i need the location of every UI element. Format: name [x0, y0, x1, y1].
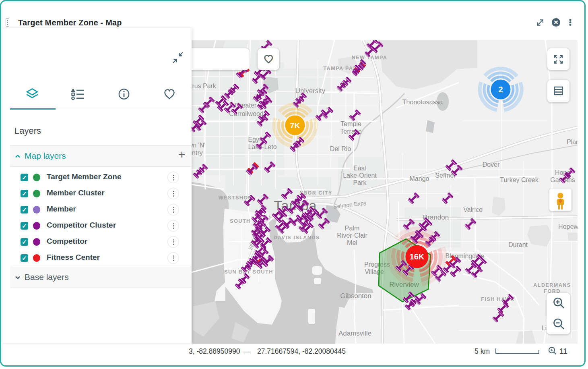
- svg-text:River-Clair: River-Clair: [337, 232, 367, 239]
- svg-text:trus Park: trus Park: [192, 83, 217, 89]
- svg-text:untry: untry: [192, 149, 203, 156]
- svg-text:Palm: Palm: [345, 225, 359, 232]
- svg-text:Gibsonton: Gibsonton: [340, 292, 371, 300]
- svg-text:ALDERMANS: ALDERMANS: [533, 282, 571, 288]
- svg-text:YBOR CITY: YBOR CITY: [299, 190, 332, 196]
- svg-text:TAMPA PAL: TAMPA PAL: [323, 66, 357, 71]
- svg-text:Lake-Orient: Lake-Orient: [343, 172, 377, 179]
- svg-text:DAVIS ISLANDS: DAVIS ISLANDS: [273, 235, 320, 240]
- svg-text:Egy: Egy: [248, 136, 259, 143]
- svg-text:Durant: Durant: [508, 241, 528, 248]
- svg-text:Temple: Temple: [340, 120, 361, 127]
- svg-text:2: 2: [498, 85, 503, 94]
- svg-text:Park: Park: [353, 179, 367, 186]
- svg-text:Hopew: Hopew: [558, 223, 578, 230]
- svg-text:Valrico: Valrico: [463, 206, 483, 213]
- svg-text:University: University: [295, 87, 326, 95]
- svg-text:wn 'N': wn 'N': [192, 142, 205, 149]
- svg-text:Mel: Mel: [347, 239, 357, 246]
- svg-text:Plan: Plan: [567, 139, 578, 145]
- svg-text:Dover: Dover: [483, 161, 500, 168]
- svg-text:Del Rio: Del Rio: [330, 145, 351, 152]
- svg-text:Mango: Mango: [410, 175, 429, 182]
- svg-text:Turkey Creek: Turkey Creek: [500, 176, 538, 183]
- svg-text:16K: 16K: [410, 252, 425, 261]
- svg-text:7K: 7K: [290, 121, 300, 130]
- svg-text:Thonotosassa: Thonotosassa: [402, 99, 443, 106]
- svg-text:East: East: [353, 165, 367, 172]
- svg-text:Adamsville: Adamsville: [338, 330, 371, 337]
- svg-text:WESTSHOR: WESTSHOR: [219, 195, 252, 201]
